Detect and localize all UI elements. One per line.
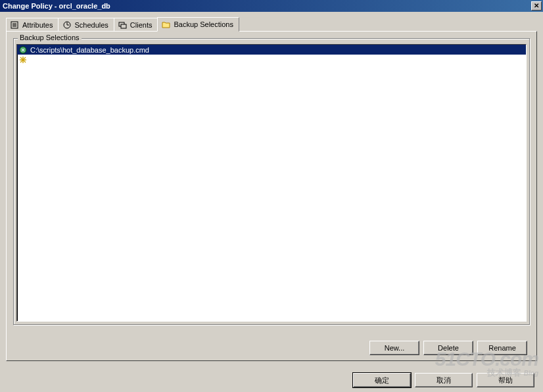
dialog-footer-buttons: 确定 取消 帮助 bbox=[353, 373, 534, 387]
clients-icon bbox=[118, 20, 128, 30]
close-icon: ✕ bbox=[534, 3, 539, 9]
new-button[interactable]: New... bbox=[369, 341, 419, 355]
list-item-path: C:\scripts\hot_database_backup.cmd bbox=[30, 46, 149, 54]
titlebar: Change Policy - orcl_oracle_db ✕ bbox=[0, 0, 543, 12]
schedules-icon bbox=[62, 20, 72, 30]
folder-open-icon bbox=[162, 20, 171, 29]
backup-selections-group: Backup Selections C:\scripts\hot_databas… bbox=[13, 38, 530, 325]
tab-label: Schedules bbox=[74, 21, 108, 29]
tab-panel: Backup Selections C:\scripts\hot_databas… bbox=[6, 31, 537, 361]
list-item[interactable] bbox=[17, 55, 526, 64]
delete-button[interactable]: Delete bbox=[423, 341, 473, 355]
new-item-icon bbox=[18, 55, 28, 64]
cancel-button[interactable]: 取消 bbox=[415, 373, 473, 387]
tab-label: Attributes bbox=[22, 21, 53, 29]
attributes-icon bbox=[11, 20, 20, 30]
tab-strip: Attributes Schedules Clients Backup Sele… bbox=[6, 16, 537, 31]
tab-attributes[interactable]: Attributes bbox=[6, 18, 59, 31]
groupbox-label: Backup Selections bbox=[18, 34, 82, 41]
list-item[interactable]: C:\scripts\hot_database_backup.cmd bbox=[17, 45, 526, 55]
ok-button[interactable]: 确定 bbox=[353, 373, 411, 387]
tab-label: Clients bbox=[130, 21, 153, 29]
tab-clients[interactable]: Clients bbox=[114, 18, 158, 31]
list-action-buttons: New... Delete Rename bbox=[369, 341, 527, 355]
close-button[interactable]: ✕ bbox=[531, 1, 542, 11]
rename-button[interactable]: Rename bbox=[477, 341, 527, 355]
dialog-body: Attributes Schedules Clients Backup Sele… bbox=[0, 12, 543, 392]
backup-selections-list[interactable]: C:\scripts\hot_database_backup.cmd bbox=[16, 44, 527, 322]
help-button[interactable]: 帮助 bbox=[477, 373, 534, 387]
tab-schedules[interactable]: Schedules bbox=[58, 18, 114, 31]
window-title: Change Policy - orcl_oracle_db bbox=[3, 2, 531, 10]
tab-backup-selections[interactable]: Backup Selections bbox=[157, 17, 239, 32]
tab-label: Backup Selections bbox=[174, 20, 233, 28]
script-icon bbox=[18, 45, 28, 55]
svg-rect-8 bbox=[121, 24, 126, 28]
